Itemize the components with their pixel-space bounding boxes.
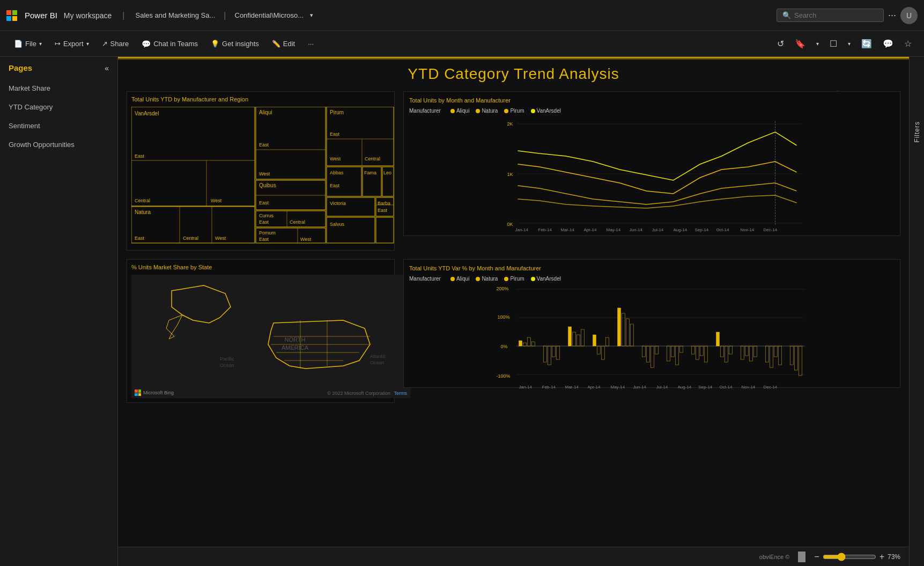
search-input[interactable] bbox=[794, 11, 869, 19]
map-svg: NORTH AMERICA Pacific Ocean Atlantic Oce… bbox=[131, 275, 410, 398]
svg-rect-119 bbox=[655, 346, 659, 354]
toolbar-right: ↺ 🔖 ▾ ☐ ▾ 🔄 💬 ☆ bbox=[773, 36, 915, 52]
legend-pirum2: Pirum bbox=[504, 276, 524, 282]
sidebar-collapse-button[interactable]: « bbox=[105, 64, 109, 72]
chat-button[interactable]: 💬 Chat in Teams bbox=[136, 36, 203, 52]
canvas-wrapper: YTD Category Trend Analysis 📌 ⧉ ≡ ⛶ ··· … bbox=[118, 60, 909, 550]
chevron-down-icon[interactable]: ▾ bbox=[310, 12, 313, 19]
avatar[interactable]: U bbox=[900, 7, 918, 24]
legend-name: VanArsdel bbox=[537, 108, 561, 114]
bar-chart-svg: 200% 100% 0% -100% bbox=[409, 284, 895, 394]
svg-text:-100%: -100% bbox=[497, 373, 511, 379]
svg-text:NORTH: NORTH bbox=[285, 336, 306, 343]
sidebar-header: Pages « bbox=[0, 63, 117, 79]
svg-rect-114 bbox=[626, 319, 630, 346]
insights-button[interactable]: 💡 Get insights bbox=[205, 36, 264, 51]
svg-text:Salvus: Salvus bbox=[330, 222, 345, 227]
avatar-label: U bbox=[906, 11, 912, 20]
insights-label: Get insights bbox=[222, 40, 259, 48]
svg-text:Aug-14: Aug-14 bbox=[674, 227, 688, 232]
svg-text:Jun-14: Jun-14 bbox=[630, 227, 643, 232]
svg-rect-118 bbox=[651, 346, 654, 367]
teams-icon: 💬 bbox=[142, 40, 151, 48]
svg-text:Currus: Currus bbox=[259, 213, 274, 218]
terms-link[interactable]: Terms bbox=[394, 391, 408, 396]
insights-icon: 💡 bbox=[211, 40, 219, 48]
line-chart-svg: 2K 1K 0K bbox=[409, 116, 895, 234]
undo-button[interactable]: ↺ bbox=[773, 36, 788, 52]
svg-text:East: East bbox=[259, 200, 269, 205]
svg-rect-106 bbox=[577, 335, 580, 346]
filters-panel[interactable]: Filters bbox=[909, 57, 924, 566]
sidebar-item-sentiment[interactable]: Sentiment bbox=[0, 116, 117, 135]
sidebar-item-market-share[interactable]: Market Share bbox=[0, 79, 117, 98]
bar-chart: Total Units YTD Var % by Month and Manuf… bbox=[403, 259, 900, 388]
bar-chart-legend: Manufacturer Aliqui Natura Pirum bbox=[409, 276, 895, 282]
svg-text:200%: 200% bbox=[497, 286, 509, 291]
svg-rect-111 bbox=[606, 337, 609, 346]
svg-rect-134 bbox=[750, 346, 753, 361]
svg-rect-139 bbox=[779, 346, 782, 365]
svg-text:Victoria: Victoria bbox=[330, 201, 346, 206]
workspace-label[interactable]: My workspace bbox=[64, 11, 112, 20]
sidebar-item-ytd-category[interactable]: YTD Category bbox=[0, 98, 117, 116]
svg-rect-99 bbox=[532, 342, 535, 346]
chevron-frame[interactable]: ▾ bbox=[844, 38, 854, 49]
svg-rect-55 bbox=[376, 217, 394, 243]
more-toolbar-button[interactable]: ··· bbox=[302, 36, 319, 51]
svg-rect-109 bbox=[597, 346, 601, 354]
bookmark-button[interactable]: 🔖 bbox=[791, 36, 809, 52]
svg-text:Dec-14: Dec-14 bbox=[764, 385, 778, 389]
svg-text:Pomum: Pomum bbox=[259, 230, 276, 236]
share-icon: ↗ bbox=[102, 40, 108, 48]
svg-rect-102 bbox=[552, 346, 556, 357]
svg-text:East: East bbox=[259, 142, 269, 148]
svg-rect-0 bbox=[131, 107, 255, 206]
svg-text:Central: Central bbox=[183, 236, 198, 241]
frame-button[interactable]: ☐ bbox=[826, 36, 841, 52]
svg-rect-124 bbox=[692, 346, 695, 354]
svg-rect-123 bbox=[680, 346, 683, 352]
chevron-down-bookmark[interactable]: ▾ bbox=[812, 38, 823, 49]
legend-dot bbox=[450, 109, 455, 113]
bing-logo bbox=[135, 389, 141, 396]
svg-text:Leo: Leo bbox=[383, 170, 391, 175]
line-chart-title: Total Units by Month and Manufacturer bbox=[409, 97, 895, 104]
svg-rect-104 bbox=[568, 327, 572, 346]
svg-rect-96 bbox=[519, 341, 522, 346]
more-toolbar-icon: ··· bbox=[308, 40, 314, 48]
svg-text:East: East bbox=[259, 237, 269, 242]
confidence-label: Confidential\Microso... bbox=[235, 11, 304, 19]
svg-rect-110 bbox=[602, 346, 605, 359]
share-button[interactable]: ↗ Share bbox=[97, 36, 135, 51]
comment-button[interactable]: 💬 bbox=[879, 36, 897, 52]
svg-text:Quibus: Quibus bbox=[259, 182, 276, 188]
svg-rect-117 bbox=[647, 346, 650, 362]
map-credit-label: Microsoft Bing bbox=[143, 390, 174, 395]
microsoft-logo bbox=[6, 10, 17, 21]
svg-text:Sep-14: Sep-14 bbox=[695, 227, 709, 232]
edit-button[interactable]: ✏️ Edit bbox=[267, 36, 300, 51]
file-button[interactable]: 📄 File ▾ bbox=[9, 36, 47, 51]
svg-rect-97 bbox=[523, 343, 527, 346]
report-title-label: Sales and Marketing Sa... bbox=[135, 11, 215, 19]
search-box[interactable]: 🔍 bbox=[777, 9, 884, 22]
star-button[interactable]: ☆ bbox=[900, 36, 915, 52]
svg-rect-112 bbox=[618, 308, 621, 346]
svg-rect-128 bbox=[716, 332, 720, 346]
treemap-chart: Total Units YTD by Manufacturer and Regi… bbox=[127, 91, 395, 251]
svg-text:Oct-14: Oct-14 bbox=[716, 227, 730, 232]
copyright-text: © 2022 Microsoft Corporation bbox=[327, 391, 390, 396]
more-options-icon[interactable]: ··· bbox=[888, 10, 896, 21]
legend-dot bbox=[476, 109, 480, 113]
bar-chart-title: Total Units YTD Var % by Month and Manuf… bbox=[409, 265, 895, 271]
topbar-separator: | bbox=[122, 11, 124, 20]
svg-rect-131 bbox=[729, 346, 733, 354]
sidebar-item-growth[interactable]: Growth Opportunities bbox=[0, 135, 117, 154]
refresh-button[interactable]: 🔄 bbox=[858, 36, 876, 52]
svg-text:West: West bbox=[300, 237, 312, 242]
svg-text:Apr-14: Apr-14 bbox=[588, 385, 601, 389]
map-credit: Microsoft Bing bbox=[135, 389, 174, 396]
export-button[interactable]: ↦ Export ▾ bbox=[49, 36, 94, 51]
svg-text:West: West bbox=[211, 198, 222, 203]
